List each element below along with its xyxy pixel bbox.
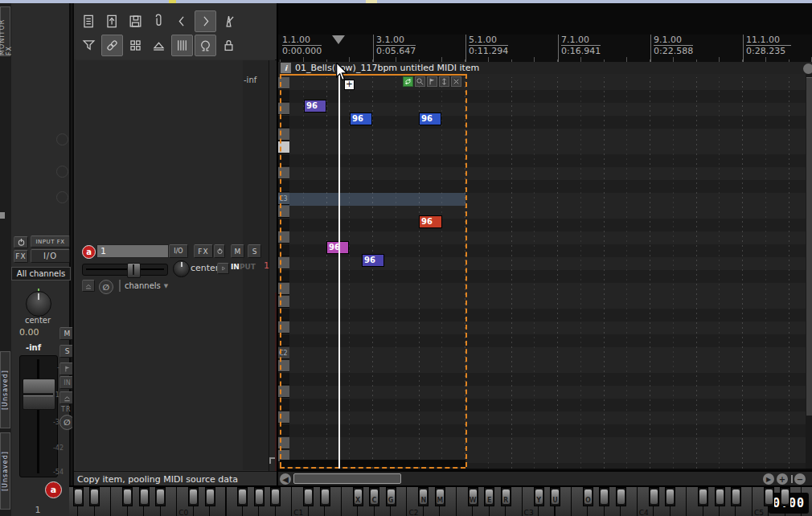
vkb-black-key[interactable] <box>698 487 708 506</box>
tcp-record-arm-button[interactable]: a <box>82 245 96 259</box>
roll-row-A1[interactable] <box>289 386 806 399</box>
editor-corner-button[interactable] <box>803 63 812 74</box>
vkb-black-key[interactable]: U <box>550 487 560 506</box>
vkb-black-key[interactable] <box>155 487 166 506</box>
roll-row-F#1[interactable] <box>289 424 806 437</box>
roll-row-E3[interactable] <box>289 141 806 154</box>
mixer-fx-button[interactable]: FX <box>14 250 28 263</box>
item-title-bar[interactable]: i 01_Bells(Low)_117bpm untitled MIDI ite… <box>278 62 812 74</box>
vkb-black-key[interactable] <box>254 487 265 506</box>
vkb-black-key[interactable]: E <box>484 487 494 506</box>
vkb-black-key[interactable] <box>89 487 100 506</box>
vkb-black-key[interactable] <box>715 487 725 506</box>
playhead-marker[interactable] <box>332 35 345 44</box>
roll-row-G#3[interactable] <box>289 90 806 103</box>
roll-row-C2[interactable] <box>289 347 806 360</box>
close-button[interactable] <box>451 76 461 87</box>
resize-vertical-button[interactable] <box>439 76 449 87</box>
roll-row-E2[interactable] <box>289 296 806 309</box>
sync-button[interactable] <box>195 35 216 56</box>
tcp-mute-button[interactable]: M <box>231 244 244 258</box>
roll-vscrollbar[interactable] <box>806 74 812 469</box>
piano-roll[interactable]: C3C2969696969696 <box>278 74 806 469</box>
vkb-black-key[interactable] <box>599 487 609 506</box>
timeline-ruler[interactable]: 1.1.000:00.0003.1.000:05.6475.1.000:11.2… <box>278 35 812 62</box>
roll-row-C#3[interactable] <box>289 180 806 193</box>
roll-row-F3[interactable] <box>289 129 806 141</box>
save-button[interactable] <box>125 10 146 32</box>
paperclip-button[interactable] <box>148 10 170 32</box>
tcp-solo-button[interactable]: S <box>248 244 261 258</box>
new-file-button[interactable] <box>78 10 100 32</box>
roll-row-B2[interactable] <box>289 206 806 219</box>
envelope-button[interactable] <box>148 35 170 56</box>
fader-thumb[interactable] <box>23 379 55 410</box>
vkb-black-key[interactable] <box>205 487 215 506</box>
hscroll-thumb[interactable] <box>293 473 401 484</box>
tcp-fx-bypass-button[interactable] <box>214 244 225 258</box>
hscroll-play-button[interactable]: ▶ <box>763 473 774 485</box>
vkb-black-key[interactable] <box>780 487 790 506</box>
vkb-black-key[interactable]: C <box>369 487 379 506</box>
vkb-black-key[interactable]: O <box>583 487 593 506</box>
midi-note-A#2[interactable]: 96 <box>419 215 442 228</box>
tcp-track-name-field[interactable]: 1 <box>96 244 169 258</box>
vkb-black-key[interactable]: Y <box>534 487 544 506</box>
mixer-pan-knob[interactable] <box>26 291 51 317</box>
link-button[interactable] <box>101 35 123 56</box>
roll-row-F1[interactable] <box>289 437 806 450</box>
tcp-channels-dropdown[interactable]: channels ▼ <box>119 280 168 292</box>
tcp-volume-fader[interactable] <box>82 264 168 276</box>
roll-row-D3[interactable] <box>289 167 806 180</box>
input-fx-button[interactable]: INPUT FX <box>31 235 70 248</box>
roll-row-D#2[interactable] <box>289 309 806 321</box>
vkb-black-key[interactable]: W <box>468 487 478 506</box>
filter-button[interactable] <box>78 35 100 56</box>
vkb-black-key[interactable] <box>616 487 626 506</box>
vkb-black-key[interactable] <box>237 487 248 506</box>
nav-forward-button[interactable] <box>195 10 216 32</box>
vkb-black-key[interactable] <box>139 487 150 506</box>
roll-row-A3[interactable] <box>289 77 806 90</box>
roll-vscrollbar-thumb[interactable] <box>806 77 812 416</box>
monitor-fx-tab[interactable]: MONITOR FX <box>0 6 10 56</box>
roll-row-A#1[interactable] <box>289 373 806 386</box>
tcp-volume-handle[interactable] <box>127 263 141 278</box>
vkb-black-key[interactable] <box>270 487 281 506</box>
midi-note-F#3[interactable]: 96 <box>419 113 441 125</box>
midi-note-F#3[interactable]: 96 <box>350 113 372 125</box>
project-tab-unsaved-2[interactable]: [Unsaved] <box>0 432 10 510</box>
all-channels-field[interactable]: All channels <box>11 267 71 281</box>
vkb-black-key[interactable] <box>188 487 199 506</box>
mixer-fader[interactable]: -6-18-30-42-54 <box>19 355 58 477</box>
nav-back-button[interactable] <box>171 10 193 32</box>
roll-row-G#1[interactable] <box>289 399 806 412</box>
vkb-black-key[interactable]: R <box>501 487 511 506</box>
roll-row-D2[interactable] <box>289 321 806 334</box>
midi-note-G3[interactable]: 96 <box>304 100 326 113</box>
zoom-out-button[interactable]: − <box>794 473 806 485</box>
roll-row-F#2[interactable] <box>289 270 806 283</box>
vkb-black-key[interactable] <box>665 487 675 506</box>
vkb-black-key[interactable]: M <box>435 487 445 506</box>
tcp-io-button[interactable]: I/O <box>169 244 188 258</box>
mixer-io-button[interactable]: I/O <box>31 249 70 263</box>
vkb-black-key[interactable]: N <box>418 487 429 506</box>
pooled-midi-button[interactable] <box>403 76 413 87</box>
mixer-volume-value[interactable]: 0.00 <box>19 327 39 338</box>
grid-lines-button[interactable] <box>171 35 193 56</box>
midi-note-G2[interactable]: 96 <box>362 254 384 267</box>
roll-row-A#2[interactable] <box>289 219 806 231</box>
vkb-black-key[interactable] <box>320 487 330 506</box>
tcp-input-button[interactable]: INPUT <box>231 263 256 271</box>
vkb-black-key[interactable] <box>122 487 133 506</box>
vkb-black-key[interactable] <box>764 487 774 506</box>
flag-button[interactable] <box>427 76 437 87</box>
roll-row-B1[interactable] <box>289 360 806 373</box>
magnifier-button[interactable] <box>415 76 425 87</box>
vkb-black-key[interactable] <box>303 487 314 506</box>
tcp-pan-knob[interactable] <box>173 260 190 277</box>
hscroll-left-button[interactable]: ◀ <box>280 473 291 485</box>
grid-button[interactable] <box>125 35 146 56</box>
lock-button[interactable] <box>218 35 240 56</box>
